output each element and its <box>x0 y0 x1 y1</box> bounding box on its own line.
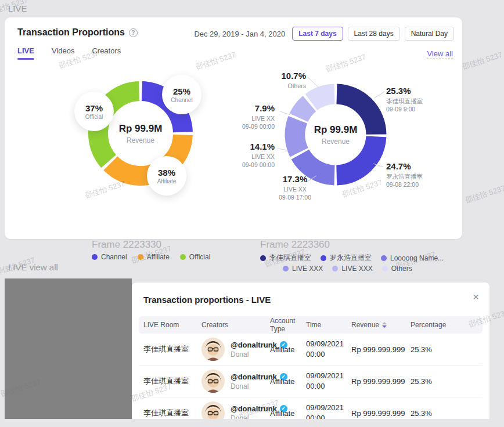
revenue-cell: Rp 999.999.999 <box>351 345 411 354</box>
live-room-table: LIVE Room Creators Account Type Time Rev… <box>139 316 483 419</box>
legend-group-account-type: Frame 2223330 Channel Affiliate Official <box>92 239 210 261</box>
watermark: 邵佳怡 5237 <box>461 49 504 72</box>
legend-item-affiliate[interactable]: Affiliate <box>138 253 170 261</box>
callout-24-7: 24.7% 罗永浩直播室 09-08 22:00 <box>386 161 456 189</box>
creator-cell: @donaltrunk✓ Donal <box>201 338 270 361</box>
revenue-cell: Rp 999.999.999 <box>351 409 411 418</box>
view-all-link[interactable]: View all <box>427 49 453 59</box>
table-row: 李佳琪直播室 @donaltrunk✓ Donal Affiliate 09/0… <box>139 397 483 419</box>
frame-label-live: LIVE <box>8 3 27 13</box>
col-time: Time <box>306 321 351 329</box>
legend-item-long-name[interactable]: Loooong Name... <box>381 254 444 262</box>
avatar <box>201 401 225 419</box>
time-cell: 09/09/202100:00 <box>306 339 351 359</box>
watermark: 邵佳怡 5237 <box>464 183 504 205</box>
legend-item-others[interactable]: Others <box>382 265 412 273</box>
legend-item-live-xxx-2[interactable]: LIVE XXX <box>332 265 372 273</box>
sort-icon <box>382 322 387 328</box>
callout-others: 10.7% Others <box>228 71 306 90</box>
legend-group-live-rooms: Frame 2223360 李佳琪直播室 罗永浩直播室 Loooong Name… <box>260 239 444 273</box>
table-header-row: LIVE Room Creators Account Type Time Rev… <box>139 316 483 334</box>
donut-center-label: Rp 99.9M Revenue <box>314 124 358 146</box>
legend-dot <box>260 255 266 261</box>
natural-day-button[interactable]: Natural Day <box>405 27 454 41</box>
legend-dot <box>92 254 98 260</box>
col-account-type: Account Type <box>270 317 306 333</box>
col-live-room: LIVE Room <box>143 321 201 329</box>
creator-cell: @donaltrunk✓ Donal <box>201 401 270 419</box>
percentage-cell: 25.3% <box>411 345 478 354</box>
live-room-cell: 李佳琪直播室 <box>143 408 201 418</box>
legend-dot <box>180 254 186 260</box>
chart-tabs: LIVE Videos Creators <box>17 46 121 60</box>
donut-center-label: Rp 99.9M Revenue <box>119 123 163 144</box>
help-icon[interactable]: ? <box>129 28 138 37</box>
tab-creators[interactable]: Creators <box>92 46 121 60</box>
legend-dot <box>332 266 338 272</box>
callout-25-3: 25.3% 李佳琪直播室 09-09 9:00 <box>386 86 456 113</box>
card-title: Transaction Proportions <box>17 27 125 38</box>
col-percentage: Percentage <box>411 321 478 329</box>
col-revenue-sort[interactable]: Revenue <box>351 321 411 329</box>
affiliate-bubble: 38% Affiliate <box>147 156 186 196</box>
official-bubble: 37% Official <box>74 92 114 131</box>
live-room-cell: 李佳琪直播室 <box>143 376 201 386</box>
legend-item-official[interactable]: Official <box>180 253 210 261</box>
close-icon[interactable]: × <box>473 291 479 303</box>
time-cell: 09/09/202100:00 <box>306 403 351 419</box>
legend-item-room1[interactable]: 李佳琪直播室 <box>260 253 311 263</box>
time-cell: 09/09/202100:00 <box>306 371 351 391</box>
live-room-cell: 李佳琪直播室 <box>143 344 201 354</box>
channel-bubble: 25% Channel <box>162 75 201 114</box>
frame-label-live-view-all: LIVE view all <box>8 262 58 272</box>
callout-14-1: 14.1% LIVE XX 09-09 00:00 <box>196 142 275 169</box>
legend-dot <box>283 266 289 272</box>
avatar <box>201 338 225 361</box>
dimmed-backdrop <box>5 278 132 419</box>
live-room-donut-chart[interactable]: Rp 99.9M Revenue <box>283 82 388 187</box>
date-range-text: Dec 29, 2019 - Jan 4, 2020 <box>194 30 285 38</box>
table-row: 李佳琪直播室 @donaltrunk✓ Donal Affiliate 09/0… <box>139 334 483 366</box>
callout-7-9: 7.9% LIVE XX 09-09 00:00 <box>196 103 275 131</box>
frame-label-2223360: Frame 2223360 <box>260 239 444 251</box>
table-row: 李佳琪直播室 @donaltrunk✓ Donal Affiliate 09/0… <box>139 366 483 397</box>
legend-dot <box>138 254 143 260</box>
percentage-cell: 25.3% <box>411 409 478 418</box>
creator-cell: @donaltrunk✓ Donal <box>201 370 270 393</box>
revenue-cell: Rp 999.999.999 <box>351 377 411 386</box>
avatar <box>201 370 225 393</box>
account-type-cell: Affiliate <box>270 345 306 354</box>
percentage-cell: 25.3% <box>411 377 478 386</box>
modal-title: Transaction proportions - LIVE <box>143 295 271 305</box>
legend-item-live-xxx-1[interactable]: LIVE XXX <box>283 265 323 273</box>
account-type-cell: Affiliate <box>270 409 306 418</box>
legend-dot <box>321 255 326 261</box>
col-creators: Creators <box>201 321 270 329</box>
transaction-proportions-card: Transaction Proportions ? Dec 29, 2019 -… <box>5 17 462 239</box>
transaction-proportions-modal: Transaction proportions - LIVE × LIVE Ro… <box>132 283 489 419</box>
legend-dot <box>382 266 388 272</box>
tab-live[interactable]: LIVE <box>17 46 34 60</box>
account-type-cell: Affiliate <box>270 377 306 386</box>
tab-videos[interactable]: Videos <box>52 46 75 60</box>
legend-item-channel[interactable]: Channel <box>92 253 127 261</box>
last-28-days-button[interactable]: Last 28 days <box>348 27 400 41</box>
legend-item-room2[interactable]: 罗永浩直播室 <box>321 253 372 263</box>
frame-label-2223330: Frame 2223330 <box>92 239 210 251</box>
legend-dot <box>381 255 387 261</box>
last-7-days-button[interactable]: Last 7 days <box>292 27 343 41</box>
callout-17-3: 17.3% LIVE XX 09-09 17:00 <box>249 174 341 201</box>
